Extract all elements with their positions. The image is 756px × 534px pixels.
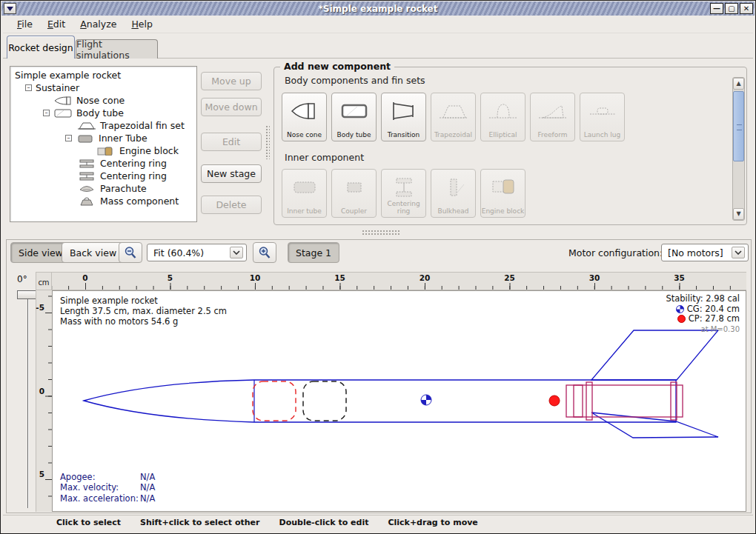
body-tube-icon [53, 109, 73, 118]
collapse-icon[interactable]: – [65, 135, 72, 141]
horizontal-splitter[interactable] [362, 230, 400, 235]
rotation-slider-handle[interactable] [17, 290, 38, 299]
tree-item-label: Engine block [119, 145, 179, 156]
back-view-toggle[interactable]: Back view [62, 242, 125, 263]
add-centering-ring-button: Centering ring [381, 169, 426, 218]
component-tree[interactable]: Simple example rocket – Sustainer Nose c… [10, 66, 197, 222]
chevron-down-icon [732, 247, 745, 258]
ruler-tick-label: 5 [168, 273, 173, 282]
tree-item-engine-block[interactable]: Engine block [10, 144, 196, 157]
edit-button: Edit [201, 133, 262, 151]
rocket-dimensions: Length 37.5 cm, max. diameter 2.5 cm [60, 306, 227, 316]
launch-lug-icon [586, 99, 619, 126]
cg-value: CG: 20.4 cm [687, 304, 740, 315]
max-velocity-label: Max. velocity: [60, 482, 140, 493]
stage-1-toggle[interactable]: Stage 1 [288, 242, 339, 263]
title-bar[interactable]: *Simple example rocket — ▢ ✕ [1, 1, 755, 16]
ruler-tick-label: 25 [504, 273, 515, 282]
zoom-level-select[interactable]: Fit (60.4%) [147, 244, 247, 261]
motor-configuration-value: [No motors] [668, 247, 723, 258]
cg-icon [676, 305, 684, 313]
menu-edit[interactable]: Edit [41, 16, 72, 32]
tree-item-mass-component[interactable]: Mass component [10, 195, 196, 207]
scrollbar-thumb[interactable] [733, 91, 744, 161]
mass-component-outline [303, 381, 346, 421]
cp-marker [549, 396, 560, 406]
ruler-tick-label: 5 [39, 470, 44, 478]
hint-click-select: Click to select [56, 518, 121, 527]
rocket-name: Simple example rocket [60, 296, 227, 306]
collapse-icon[interactable]: – [43, 110, 50, 116]
freeform-fin-icon [537, 99, 569, 126]
tab-flight-simulations[interactable]: Flight simulations [76, 39, 158, 59]
hint-double-click: Double-click to edit [279, 518, 369, 527]
zoom-out-button[interactable] [119, 242, 142, 263]
add-engine-block-button: Engine block [480, 169, 525, 218]
rocket-mass: Mass with no motors 54.6 g [60, 316, 227, 327]
window-title: *Simple example rocket [1, 4, 755, 14]
component-panel-scrollbar[interactable]: ▲ ▼ [732, 77, 745, 221]
nose-cone-icon [53, 96, 73, 105]
cg-marker [421, 395, 431, 405]
zoom-out-icon [124, 246, 137, 259]
group-title: Add new component [280, 61, 394, 72]
tree-item-label: Inner Tube [99, 133, 147, 144]
vertical-splitter[interactable] [265, 125, 270, 159]
body-section-label: Body components and fin sets [285, 75, 425, 86]
tree-item-centering-ring-1[interactable]: Centering ring [10, 157, 196, 170]
tree-item-nose-cone[interactable]: Nose cone [10, 94, 196, 107]
menu-file[interactable]: File [10, 16, 39, 32]
tree-item-body-tube[interactable]: – Body tube [10, 107, 196, 119]
tree-item-rocket[interactable]: Simple example rocket [10, 69, 196, 81]
tab-rocket-design[interactable]: Rocket design [7, 36, 75, 59]
close-button[interactable]: ✕ [740, 3, 753, 14]
minimize-button[interactable]: — [710, 3, 723, 14]
ruler-tick-label: 20 [420, 273, 431, 282]
trapezoidal-fin-icon [77, 121, 96, 130]
apogee-label: Apogee: [60, 472, 140, 483]
body-tube-icon [338, 99, 371, 126]
move-down-button: Move down [201, 98, 262, 116]
scroll-down-arrow[interactable]: ▼ [733, 208, 744, 220]
tree-item-label: Centering ring [100, 170, 167, 181]
stability-value: Stability: 2.98 cal [666, 294, 740, 304]
cp-icon [677, 315, 686, 323]
centering-ring-icon [77, 172, 96, 181]
tree-item-centering-ring-2[interactable]: Centering ring [10, 170, 196, 182]
menu-help[interactable]: Help [125, 16, 159, 32]
add-nose-cone-button[interactable]: Nose cone [282, 93, 327, 141]
tree-item-inner-tube[interactable]: – Inner Tube [10, 132, 196, 144]
mass-component-icon [77, 197, 96, 206]
add-body-tube-button[interactable]: Body tube [331, 93, 377, 141]
tree-item-label: Sustainer [36, 82, 79, 93]
chevron-down-icon [230, 247, 243, 258]
tree-item-fin-set[interactable]: Trapezoidal fin set [10, 119, 196, 132]
maximize-button[interactable]: ▢ [725, 3, 738, 14]
elliptical-fin-icon [487, 99, 520, 126]
tree-item-label: Mass component [100, 196, 179, 207]
tree-item-label: Parachute [100, 183, 147, 194]
tree-item-sustainer[interactable]: – Sustainer [10, 81, 196, 94]
move-up-button: Move up [201, 72, 262, 90]
rotation-slider-track[interactable] [27, 293, 29, 508]
add-transition-button[interactable]: Transition [381, 93, 426, 141]
status-bar: Click to select Shift+click to select ot… [3, 515, 753, 530]
motor-configuration-label: Motor configuration: [568, 247, 663, 258]
lower-fin [591, 413, 718, 438]
parachute-outline [253, 381, 296, 421]
tree-item-parachute[interactable]: Parachute [10, 182, 196, 195]
mach-condition: at M=0.30 [666, 324, 740, 335]
ruler-tick-label: 30 [589, 273, 600, 282]
motor-configuration-select[interactable]: [No motors] [661, 244, 749, 261]
ruler-tick-label: 35 [674, 273, 685, 282]
zoom-in-button[interactable] [253, 242, 276, 263]
window-menu-icon[interactable] [4, 3, 16, 14]
new-stage-button[interactable]: New stage [201, 164, 262, 183]
ruler-tick-label: 0 [82, 273, 87, 282]
rocket-canvas[interactable]: Simple example rocket Length 37.5 cm, ma… [52, 290, 746, 512]
scroll-up-arrow[interactable]: ▲ [733, 78, 744, 90]
tree-item-label: Simple example rocket [15, 70, 121, 81]
hint-shift-click: Shift+click to select other [140, 518, 260, 527]
menu-analyze[interactable]: Analyze [73, 16, 123, 32]
collapse-icon[interactable]: – [25, 84, 32, 91]
